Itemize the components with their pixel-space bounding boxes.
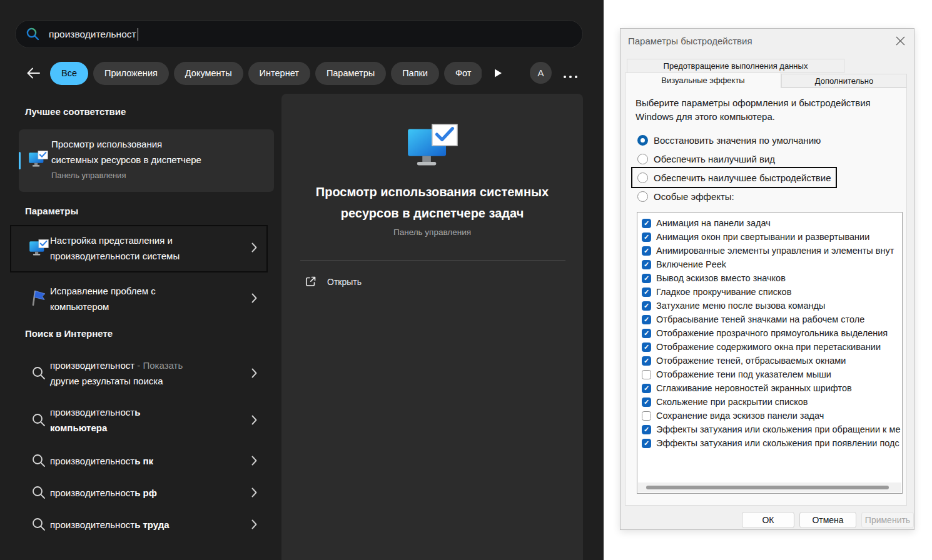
effect-row[interactable]: Отображение тени под указателем мыши bbox=[637, 368, 902, 381]
effect-row[interactable]: Затухание меню после вызова команды bbox=[637, 299, 902, 312]
close-icon[interactable] bbox=[896, 36, 905, 48]
chevron-right-icon bbox=[251, 456, 257, 468]
more-filters-icon[interactable] bbox=[494, 69, 502, 80]
effect-label: Анимация окон при свертывании и разверты… bbox=[656, 232, 869, 242]
filter-tab-photos[interactable]: Фот bbox=[444, 62, 482, 85]
divider bbox=[300, 260, 565, 261]
effect-row[interactable]: Анимация на панели задач bbox=[637, 216, 902, 230]
settings-item-performance[interactable]: Настройка представления и производительн… bbox=[10, 226, 267, 272]
radio-custom-effects[interactable]: Особые эффекты: bbox=[637, 191, 734, 202]
checkbox-icon[interactable] bbox=[642, 342, 651, 352]
windows-search-panel: производительност Все Приложения Докумен… bbox=[0, 0, 604, 560]
effect-row[interactable]: Отображение прозрачного прямоугольника в… bbox=[637, 326, 902, 340]
effect-label: Эффекты затухания или скольжения при поя… bbox=[656, 438, 899, 448]
filter-tab-folders[interactable]: Папки bbox=[391, 62, 439, 85]
search-glyph-icon bbox=[31, 366, 46, 383]
filter-tab-apps[interactable]: Приложения bbox=[93, 62, 169, 85]
horizontal-scrollbar[interactable] bbox=[638, 482, 901, 492]
suggestion-bold: ь bbox=[134, 407, 140, 418]
open-action[interactable]: Открыть bbox=[304, 275, 362, 288]
checkbox-icon[interactable] bbox=[642, 329, 651, 338]
effect-row[interactable]: Гладкое прокручивание списков bbox=[637, 285, 902, 299]
tab-data-execution-prevention[interactable]: Предотвращение выполнения данных bbox=[627, 59, 844, 73]
more-options-icon[interactable] bbox=[562, 70, 579, 81]
search-input[interactable]: производительност bbox=[15, 20, 583, 48]
effect-row[interactable]: Анимация окон при свертывании и разверты… bbox=[637, 230, 902, 244]
selection-accent-bar bbox=[19, 152, 21, 169]
settings-item-label: Настройка представления и производительн… bbox=[50, 232, 180, 264]
checkbox-icon[interactable] bbox=[642, 370, 651, 379]
filter-tab-all[interactable]: Все bbox=[50, 62, 88, 85]
web-suggestion-row[interactable]: производительность рф bbox=[10, 479, 267, 507]
checkbox-icon[interactable] bbox=[642, 384, 651, 393]
effect-label: Гладкое прокручивание списков bbox=[656, 287, 791, 297]
filter-tab-settings[interactable]: Параметры bbox=[315, 62, 386, 85]
filter-tab-web[interactable]: Интернет bbox=[248, 62, 310, 85]
checkbox-icon[interactable] bbox=[642, 288, 651, 297]
effect-row[interactable]: Скольжение при раскрытии списков bbox=[637, 395, 902, 409]
radio-best-performance[interactable]: Обеспечить наилучшее быстродействие bbox=[637, 172, 831, 183]
effect-label: Вывод эскизов вместо значков bbox=[656, 273, 786, 283]
effect-row[interactable]: Сглаживание неровностей экранных шрифтов bbox=[637, 381, 902, 395]
effect-row[interactable]: Вывод эскизов вместо значков bbox=[637, 271, 902, 285]
checkbox-icon[interactable] bbox=[642, 439, 651, 448]
settings-item-troubleshoot[interactable]: Исправление проблем с компьютером bbox=[10, 278, 267, 322]
web-suggestion-row[interactable]: производительность компьютера bbox=[10, 401, 267, 440]
filter-tab-documents[interactable]: Документы bbox=[174, 62, 243, 85]
effect-label: Сглаживание неровностей экранных шрифтов bbox=[656, 383, 852, 393]
radio-label: Особые эффекты: bbox=[654, 191, 734, 202]
cancel-button[interactable]: Отмена bbox=[799, 512, 856, 528]
checkbox-icon[interactable] bbox=[642, 411, 651, 421]
chevron-right-icon bbox=[251, 519, 257, 532]
back-arrow-icon[interactable] bbox=[26, 66, 41, 82]
checkbox-icon[interactable] bbox=[642, 315, 651, 324]
radio-icon[interactable] bbox=[637, 191, 648, 202]
tab-visual-effects[interactable]: Визуальные эффекты bbox=[625, 72, 781, 88]
monitor-check-icon-large bbox=[406, 124, 458, 174]
search-glyph-icon bbox=[31, 412, 46, 430]
checkbox-icon[interactable] bbox=[642, 274, 651, 283]
checkbox-icon[interactable] bbox=[642, 398, 651, 407]
effect-label: Затухание меню после вызова команды bbox=[656, 301, 825, 311]
effect-row[interactable]: Отображение теней, отбрасываемых окнами bbox=[637, 354, 902, 368]
dialog-description: Выберите параметры оформления и быстроде… bbox=[636, 96, 871, 124]
suggestion-suffix: - Показать bbox=[134, 360, 183, 371]
effects-listbox[interactable]: Анимация на панели задач Анимация окон п… bbox=[637, 212, 903, 494]
checkbox-icon[interactable] bbox=[642, 301, 651, 311]
checkbox-icon[interactable] bbox=[642, 246, 651, 256]
best-match-title: Просмотр использования системных ресурсо… bbox=[51, 136, 201, 168]
search-glyph-icon bbox=[31, 485, 46, 502]
effect-row[interactable]: Включение Peek bbox=[637, 258, 902, 271]
effect-row[interactable]: Анимированные элементы управления и элем… bbox=[637, 244, 902, 258]
checkbox-icon[interactable] bbox=[642, 219, 651, 228]
user-avatar[interactable]: A bbox=[530, 62, 552, 84]
open-external-icon bbox=[304, 275, 317, 288]
radio-icon[interactable] bbox=[637, 172, 648, 183]
best-match-card[interactable]: Просмотр использования системных ресурсо… bbox=[19, 129, 274, 192]
ok-button[interactable]: ОК bbox=[742, 512, 794, 528]
radio-icon[interactable] bbox=[637, 154, 648, 164]
checkbox-icon[interactable] bbox=[642, 260, 651, 269]
radio-icon[interactable] bbox=[637, 135, 648, 146]
best-match-subtitle: Панель управления bbox=[51, 171, 126, 180]
effect-row[interactable]: Отображение содержимого окна при перетас… bbox=[637, 340, 902, 354]
checkbox-icon[interactable] bbox=[642, 232, 651, 242]
preview-subtitle: Панель управления bbox=[281, 228, 583, 237]
tab-advanced[interactable]: Дополнительно bbox=[781, 74, 907, 88]
web-suggestion-row[interactable]: производительность труда bbox=[10, 511, 267, 539]
web-suggestion-row[interactable]: производительност - Показать другие резу… bbox=[10, 354, 267, 393]
effect-label: Отображение тени под указателем мыши bbox=[656, 369, 831, 379]
radio-restore-defaults[interactable]: Восстановить значения по умолчанию bbox=[637, 135, 821, 146]
scrollbar-thumb[interactable] bbox=[646, 486, 889, 489]
suggestion-line2: другие результаты поиска bbox=[50, 373, 183, 389]
checkbox-icon[interactable] bbox=[642, 356, 651, 366]
effect-row[interactable]: Отбрасывание теней значками на рабочем с… bbox=[637, 312, 902, 326]
flag-icon bbox=[30, 288, 48, 309]
effect-row[interactable]: Сохранение вида эскизов панели задач bbox=[637, 409, 902, 422]
checkbox-icon[interactable] bbox=[642, 425, 651, 434]
radio-best-appearance[interactable]: Обеспечить наилучший вид bbox=[637, 154, 775, 164]
web-suggestion-row[interactable]: производительность пк bbox=[10, 448, 267, 475]
effect-row[interactable]: Эффекты затухания или скольжения при поя… bbox=[637, 436, 902, 450]
effect-row[interactable]: Эффекты затухания или скольжения при обр… bbox=[637, 422, 902, 436]
effect-label: Скольжение при раскрытии списков bbox=[656, 397, 808, 407]
